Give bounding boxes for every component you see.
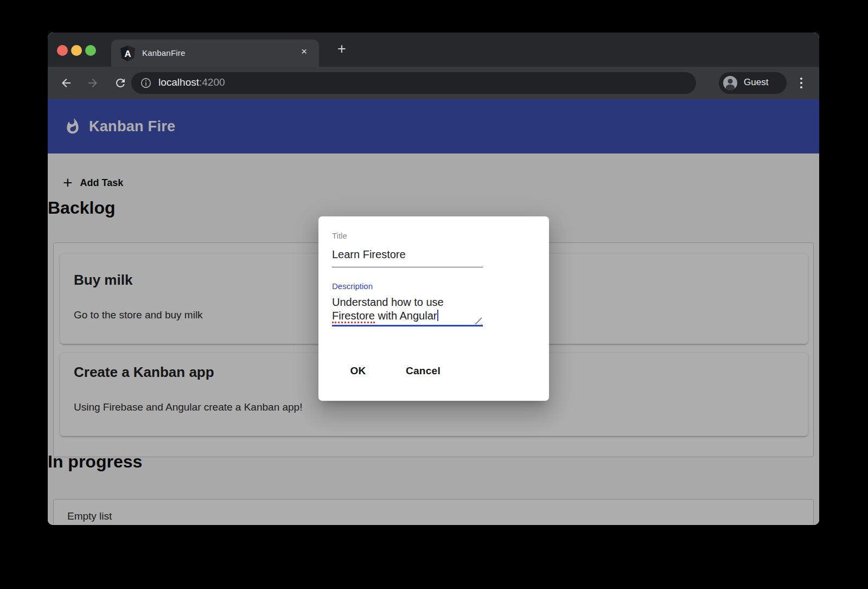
url-host: localhost (158, 76, 199, 88)
cancel-button[interactable]: Cancel (396, 361, 450, 381)
description-line1: Understand how to use (332, 296, 444, 308)
tab-close-icon[interactable]: × (301, 46, 307, 57)
avatar-icon (723, 76, 737, 90)
url-port: :4200 (199, 76, 225, 88)
new-task-dialog: Title Learn Firestore Description Unders… (318, 216, 549, 401)
address-bar[interactable]: localhost:4200 (131, 72, 696, 94)
description-field-label: Description (332, 281, 373, 291)
description-focus-underline (332, 325, 483, 326)
description-textarea[interactable]: Understand how to use Firestore with Ang… (332, 296, 495, 323)
forward-icon[interactable] (86, 76, 99, 89)
description-line2-rest: with Angular (375, 310, 437, 322)
browser-menu-icon[interactable] (797, 75, 806, 91)
profile-button[interactable]: Guest (719, 72, 787, 94)
dialog-actions: OK Cancel (336, 361, 450, 381)
tab-title: KanbanFire (142, 48, 186, 57)
maximize-window-button[interactable] (85, 45, 96, 56)
profile-label: Guest (744, 77, 768, 88)
close-window-button[interactable] (57, 45, 68, 56)
ok-button[interactable]: OK (336, 361, 380, 381)
reload-icon[interactable] (114, 76, 127, 89)
browser-toolbar: localhost:4200 Guest (48, 67, 819, 99)
browser-tab[interactable]: A KanbanFire × (111, 40, 319, 67)
minimize-window-button[interactable] (71, 45, 82, 56)
url-text: localhost:4200 (158, 76, 225, 88)
title-field-label: Title (332, 231, 347, 240)
angular-logo-icon: A (120, 46, 135, 61)
back-icon[interactable] (60, 76, 73, 89)
new-tab-button[interactable]: + (332, 40, 352, 59)
browser-window: A KanbanFire × + localhost:4200 (48, 33, 819, 525)
title-input-underline (332, 267, 483, 267)
misspelled-word: Firestore (332, 310, 375, 323)
text-caret (437, 310, 438, 321)
svg-text:A: A (124, 49, 131, 59)
tab-strip: A KanbanFire × + (48, 33, 819, 67)
site-info-icon[interactable] (140, 77, 152, 89)
title-input[interactable]: Learn Firestore (332, 248, 406, 261)
page-content: Kanban Fire + Add Task Backlog Buy milk … (48, 99, 819, 525)
